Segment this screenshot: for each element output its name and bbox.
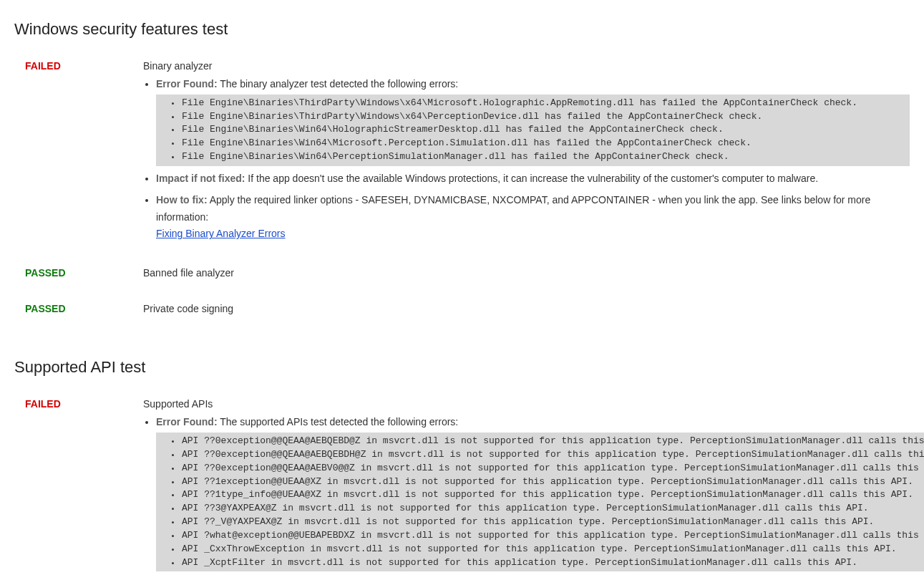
test-row: PASSED Banned file analyzer xyxy=(14,267,910,283)
impact-text: If the app doesn't use the available Win… xyxy=(245,173,818,184)
detail-list: Error Found: The supported APIs test det… xyxy=(143,414,924,575)
error-line: API ??3@YAXPEAX@Z in msvcrt.dll is not s… xyxy=(162,502,924,516)
error-found-row: Error Found: The supported APIs test det… xyxy=(156,414,924,571)
error-line: File Engine\Binaries\ThirdParty\Windows\… xyxy=(162,97,907,110)
detail-list: Error Found: The binary analyzer test de… xyxy=(143,76,910,243)
error-code-block: API ??0exception@@QEAA@AEBQEBD@Z in msvc… xyxy=(156,433,924,571)
test-name: Private code signing xyxy=(143,303,910,314)
fix-label: How to fix: xyxy=(156,194,208,206)
test-row: FAILED Supported APIs Error Found: The s… xyxy=(14,398,910,575)
error-line: API ??0exception@@QEAA@AEBV0@@Z in msvcr… xyxy=(162,462,924,475)
status-badge: PASSED xyxy=(14,303,143,314)
section-title: Windows security features test xyxy=(14,20,910,39)
error-line: API ??0exception@@QEAA@AEBQEBDH@Z in msv… xyxy=(162,448,924,462)
error-line: API _CxxThrowException in msvcrt.dll is … xyxy=(162,543,924,556)
test-name: Banned file analyzer xyxy=(143,267,910,279)
test-row: PASSED Private code signing xyxy=(14,303,910,319)
error-found-label: Error Found: xyxy=(156,416,218,427)
fix-row: How to fix: Apply the required linker op… xyxy=(156,192,910,243)
error-line: API _XcptFilter in msvcrt.dll is not sup… xyxy=(162,556,924,570)
error-line: API ??1exception@@UEAA@XZ in msvcrt.dll … xyxy=(162,475,924,489)
error-line: File Engine\Binaries\ThirdParty\Windows\… xyxy=(162,110,907,124)
impact-row: Impact if not fixed: If the app doesn't … xyxy=(156,170,910,188)
section-title: Supported API test xyxy=(14,358,910,377)
test-content: Private code signing xyxy=(143,303,910,319)
test-content: Banned file analyzer xyxy=(143,267,910,283)
error-found-text: The supported APIs test detected the fol… xyxy=(218,416,459,427)
error-line: API ??1type_info@@UEAA@XZ in msvcrt.dll … xyxy=(162,488,924,502)
section-security-features: Windows security features test FAILED Bi… xyxy=(14,20,910,319)
impact-label: Impact if not fixed: xyxy=(156,173,245,184)
error-line: File Engine\Binaries\Win64\PerceptionSim… xyxy=(162,150,907,164)
test-row: FAILED Binary analyzer Error Found: The … xyxy=(14,60,910,247)
test-content: Binary analyzer Error Found: The binary … xyxy=(143,60,910,247)
error-line: File Engine\Binaries\Win64\HolographicSt… xyxy=(162,123,907,137)
test-name: Supported APIs xyxy=(143,398,924,410)
status-badge: FAILED xyxy=(14,60,143,72)
test-name: Binary analyzer xyxy=(143,60,910,72)
error-found-row: Error Found: The binary analyzer test de… xyxy=(156,76,910,166)
error-line: API ??_V@YAXPEAX@Z in msvcrt.dll is not … xyxy=(162,516,924,529)
fix-link[interactable]: Fixing Binary Analyzer Errors xyxy=(156,228,286,239)
test-content: Supported APIs Error Found: The supporte… xyxy=(143,398,924,575)
error-line: API ?what@exception@@UEBAPEBDXZ in msvcr… xyxy=(162,529,924,543)
error-found-label: Error Found: xyxy=(156,78,218,90)
error-line: File Engine\Binaries\Win64\Microsoft.Per… xyxy=(162,137,907,150)
section-supported-api: Supported API test FAILED Supported APIs… xyxy=(14,358,910,575)
error-found-text: The binary analyzer test detected the fo… xyxy=(218,78,459,90)
fix-text: Apply the required linker options - SAFE… xyxy=(156,194,870,223)
error-code-block: File Engine\Binaries\ThirdParty\Windows\… xyxy=(156,95,910,166)
status-badge: FAILED xyxy=(14,398,143,410)
error-line: API ??0exception@@QEAA@AEBQEBD@Z in msvc… xyxy=(162,435,924,448)
status-badge: PASSED xyxy=(14,267,143,279)
